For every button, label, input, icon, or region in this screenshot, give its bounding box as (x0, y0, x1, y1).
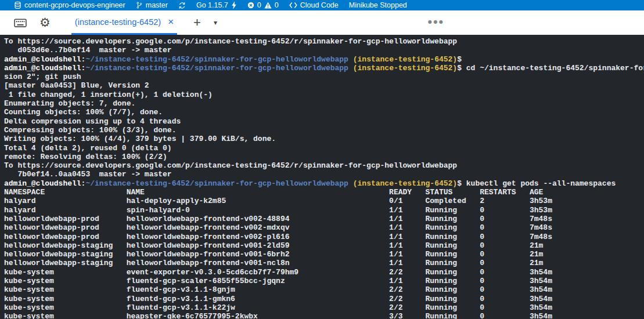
terminal-line: helloworldwebapp-prod helloworldwebapp-f… (4, 215, 644, 223)
terminal-line: To https://source.developers.google.com/… (4, 37, 644, 46)
terminal-line: Total 4 (delta 2), reused 0 (delta 0) (4, 144, 644, 153)
terminal-line: 7b0ef14..0aa0453 master -> master (4, 170, 644, 179)
terminal-line: Writing objects: 100% (4/4), 379 bytes |… (4, 135, 644, 143)
terminal-line: d053d6e..7b0ef14 master -> master (4, 46, 644, 55)
terminal-line: kube-system heapster-gke-6c76577995-2kwb… (4, 312, 644, 319)
terminal-line: Counting objects: 100% (7/7), done. (4, 108, 644, 117)
terminal-line: kube-system fluentd-gcp-v3.1.1-k22jw 2/2… (4, 303, 644, 312)
panel-drag-handle[interactable]: ●●● (428, 19, 444, 24)
add-tab-button[interactable]: + (193, 16, 201, 29)
error-icon (247, 2, 254, 9)
statusbar-project[interactable]: content-gcpro-devops-engineer (14, 1, 125, 9)
terminal-line: helloworldwebapp-prod helloworldwebapp-f… (4, 223, 644, 232)
error-count: 0 (257, 1, 261, 9)
terminal-line: Delta compression using up to 4 threads (4, 117, 644, 126)
terminal-line: admin_@cloudshell:~/instance-testing-645… (4, 179, 644, 188)
git-branch-icon (136, 1, 143, 9)
terminal-tab-bar: ⚙ (instance-testing-6452) × + ▾ ●●● (0, 10, 644, 35)
terminal-line: Enumerating objects: 7, done. (4, 99, 644, 108)
statusbar-go-version[interactable]: Go 1.15.7 (196, 1, 237, 9)
terminal-line: kube-system fluentd-gcp-v3.1.1-gmkn6 2/2… (4, 295, 644, 303)
statusbar-branch[interactable]: master (136, 1, 168, 9)
keyboard-icon[interactable] (14, 18, 27, 28)
terminal-line: admin_@cloudshell:~/instance-testing-645… (4, 64, 644, 72)
sync-icon (178, 2, 186, 9)
warning-count: 0 (275, 1, 279, 9)
terminal-output[interactable]: To https://source.developers.google.com/… (0, 35, 644, 319)
terminal-line: remote: Resolving deltas: 100% (2/2) (4, 153, 644, 161)
tab-label: (instance-testing-6452) (75, 17, 161, 27)
terminal-line: halyard hal-deploy-apply-k2m85 0/1 Compl… (4, 197, 644, 205)
terminal-line: NAMESPACE NAME READY STATUS RESTARTS AGE (4, 188, 644, 197)
branch-label: master (146, 1, 168, 9)
warning-icon (264, 2, 272, 9)
terminal-line: sion 2"; git push (4, 72, 644, 81)
status-bar: content-gcpro-devops-engineer master Go … (0, 0, 644, 10)
chevron-down-icon[interactable]: ▾ (214, 19, 217, 27)
statusbar-minikube[interactable]: Minikube Stopped (349, 1, 407, 9)
close-icon[interactable]: × (168, 17, 174, 27)
database-icon (14, 1, 21, 9)
statusbar-problems[interactable]: 0 0 (247, 1, 279, 9)
statusbar-cloud-code[interactable]: Cloud Code (289, 1, 339, 9)
terminal-line: halyard spin-halyard-0 1/1 Running 0 3h5… (4, 206, 644, 215)
terminal-line: helloworldwebapp-staging helloworldwebap… (4, 241, 644, 250)
minikube-label: Minikube Stopped (349, 1, 407, 9)
tab-instance-testing-6452[interactable]: (instance-testing-6452) × (71, 10, 177, 35)
terminal-line: To https://source.developers.google.com/… (4, 161, 644, 170)
terminal-line: kube-system fluentd-gcp-scaler-6855f55bc… (4, 277, 644, 285)
code-brackets-icon (289, 2, 297, 9)
terminal-line: kube-system fluentd-gcp-v3.1.1-8gnjm 2/2… (4, 285, 644, 294)
terminal-line: kube-system event-exporter-v0.3.0-5cd6cc… (4, 268, 644, 277)
terminal-line: 1 file changed, 1 insertion(+), 1 deleti… (4, 90, 644, 99)
statusbar-sync[interactable] (178, 2, 186, 9)
go-version-label: Go 1.15.7 (196, 1, 228, 9)
terminal-line: [master 0aa0453] Blue, Version 2 (4, 81, 644, 90)
terminal-line: helloworldwebapp-staging helloworldwebap… (4, 259, 644, 267)
terminal-line: admin_@cloudshell:~/instance-testing-645… (4, 55, 644, 64)
terminal-line: helloworldwebapp-staging helloworldwebap… (4, 250, 644, 259)
project-label: content-gcpro-devops-engineer (24, 1, 125, 9)
lightning-icon (231, 1, 237, 9)
terminal-line: helloworldwebapp-prod helloworldwebapp-f… (4, 233, 644, 241)
cloud-code-label: Cloud Code (300, 1, 339, 9)
gear-icon[interactable]: ⚙ (39, 17, 51, 29)
terminal-line: Compressing objects: 100% (3/3), done. (4, 126, 644, 135)
